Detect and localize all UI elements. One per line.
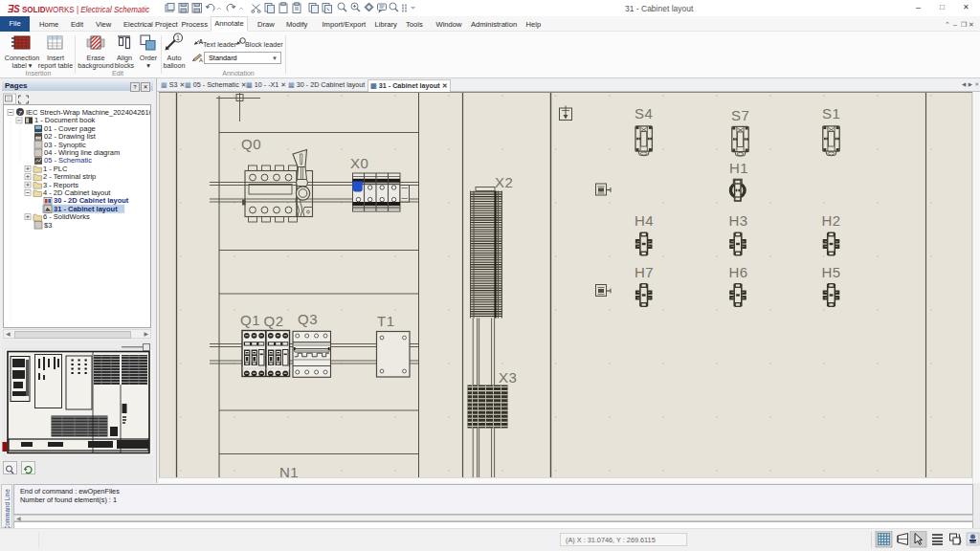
svg-text:N1: N1 [279,464,299,477]
svg-text:S4: S4 [635,105,653,121]
svg-text:T1: T1 [377,313,395,329]
svg-text:X3: X3 [499,369,517,386]
svg-text:A: A [199,38,204,45]
svg-text:H5: H5 [822,264,841,280]
svg-text:Q2: Q2 [264,313,284,329]
svg-text:H1: H1 [729,160,748,176]
svg-text:X0: X0 [350,155,368,171]
svg-text:Q0: Q0 [241,136,261,152]
svg-text:X2: X2 [495,174,513,190]
svg-text:H3: H3 [729,212,748,229]
svg-text:1: 1 [176,34,180,41]
svg-text:Q1: Q1 [240,312,260,328]
svg-text:H7: H7 [635,264,654,280]
svg-text:S7: S7 [731,107,749,123]
svg-text:H2: H2 [822,212,841,229]
svg-text:Q3: Q3 [298,311,318,327]
svg-text:A: A [199,57,203,63]
svg-text:$3: $3 [44,221,52,230]
svg-text:S1: S1 [822,105,840,121]
svg-text:H6: H6 [729,264,748,280]
svg-text:H4: H4 [635,212,654,229]
